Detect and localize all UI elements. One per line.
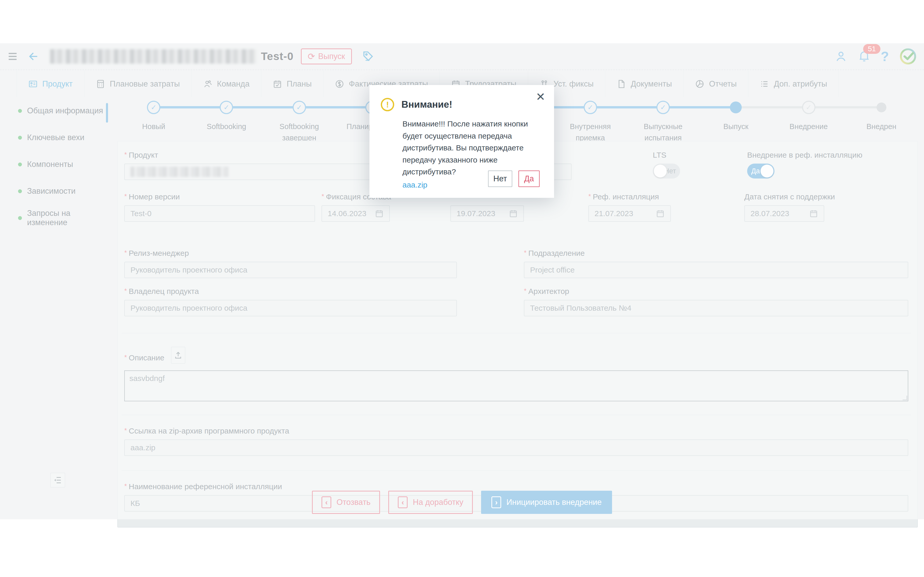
dialog-title: Внимание! [401,99,452,110]
warning-icon: ! [381,98,394,111]
dialog-yes-button[interactable]: Да [519,171,540,187]
dialog-no-button[interactable]: Нет [488,171,512,187]
dialog-message: Внимание!!! После нажатия кнопки будет о… [402,118,547,178]
close-icon[interactable]: ✕ [536,91,545,103]
page: Test-0 ⟳ Выпуск 51 ? [0,0,924,577]
attention-dialog: ✕ ! Внимание! Внимание!!! После нажатия … [370,85,554,198]
